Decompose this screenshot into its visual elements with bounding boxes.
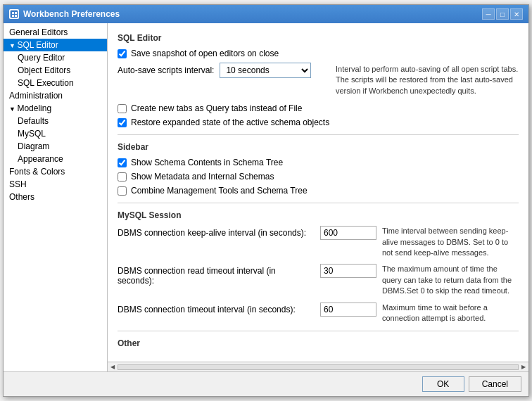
sql-editor-section-title: SQL Editor (118, 33, 519, 43)
mysql-session-section-title: MySQL Session (118, 210, 519, 220)
sidebar-item-object-editors[interactable]: Object Editors (4, 64, 107, 77)
scroll-track[interactable] (118, 364, 519, 370)
main-content: SQL Editor Save snapshot of open editors… (108, 23, 528, 362)
svg-rect-3 (12, 15, 14, 17)
create-tabs-label[interactable]: Create new tabs as Query tabs instead of… (131, 103, 302, 113)
restore-expanded-checkbox[interactable] (118, 118, 127, 127)
autosave-row: Auto-save scripts interval: 10 seconds 5… (118, 63, 519, 96)
autosave-note: Interval to perform auto-saving of all o… (329, 63, 519, 96)
ok-button[interactable]: OK (422, 376, 464, 392)
show-schema-label[interactable]: Show Schema Contents in Schema Tree (131, 158, 283, 167)
read-timeout-row: DBMS connection read timeout interval (i… (118, 264, 519, 296)
autosave-left: Auto-save scripts interval: 10 seconds 5… (118, 63, 329, 78)
maximize-button[interactable]: □ (496, 8, 509, 20)
svg-rect-2 (15, 12, 17, 14)
show-schema-checkbox[interactable] (118, 158, 127, 167)
save-snapshot-checkbox[interactable] (118, 49, 127, 58)
divider-3 (118, 331, 519, 331)
keepalive-row: DBMS connection keep-alive interval (in … (118, 226, 519, 258)
sidebar-item-sql-execution[interactable]: SQL Execution (4, 77, 107, 89)
sidebar-item-defaults[interactable]: Defaults (4, 115, 107, 127)
sidebar-item-ssh[interactable]: SSH (4, 178, 107, 191)
combine-mgmt-row: Combine Management Tools and Schema Tree (118, 186, 519, 196)
other-section-title: Other (118, 338, 519, 348)
preferences-window: Workbench Preferences ─ □ ✕ General Edit… (3, 4, 529, 397)
app-icon (9, 9, 19, 19)
create-tabs-checkbox[interactable] (118, 104, 127, 113)
create-tabs-row: Create new tabs as Query tabs instead of… (118, 103, 519, 113)
sidebar-item-mysql[interactable]: MySQL (4, 127, 107, 140)
sidebar-item-appearance[interactable]: Appearance (4, 153, 107, 165)
conn-timeout-note: Maximum time to wait before a connection… (382, 303, 519, 324)
sidebar-item-sql-editor[interactable]: ▼ SQL Editor (4, 39, 107, 51)
sidebar-item-administration[interactable]: Administration (4, 89, 107, 102)
title-bar-controls: ─ □ ✕ (482, 8, 523, 20)
bottom-bar: OK Cancel (4, 371, 528, 396)
sidebar-item-others[interactable]: Others (4, 191, 107, 203)
window-body: General Editors ▼ SQL Editor Query Edito… (4, 23, 528, 371)
restore-expanded-row: Restore expanded state of the active sch… (118, 117, 519, 127)
divider-1 (118, 134, 519, 135)
sidebar-item-modeling[interactable]: ▼ Modeling (4, 102, 107, 115)
window-title: Workbench Preferences (23, 9, 120, 19)
keepalive-label: DBMS connection keep-alive interval (in … (118, 226, 315, 238)
keepalive-note: Time interval between sending keep-alive… (382, 226, 519, 258)
combine-mgmt-label[interactable]: Combine Management Tools and Schema Tree (131, 186, 308, 196)
main-panel: SQL Editor Save snapshot of open editors… (108, 23, 528, 371)
svg-rect-1 (12, 12, 14, 14)
sidebar-item-general-editors[interactable]: General Editors (4, 26, 107, 39)
save-snapshot-row: Save snapshot of open editors on close (118, 49, 519, 58)
close-button[interactable]: ✕ (510, 8, 523, 20)
read-timeout-note: The maximum amount of time the query can… (382, 264, 519, 296)
read-timeout-label: DBMS connection read timeout interval (i… (118, 264, 315, 286)
autosave-select[interactable]: 10 seconds 5 seconds 30 seconds 1 minute… (220, 63, 311, 78)
scroll-left-arrow[interactable]: ◀ (110, 364, 115, 370)
title-bar: Workbench Preferences ─ □ ✕ (4, 5, 528, 23)
divider-2 (118, 203, 519, 203)
cancel-button[interactable]: Cancel (469, 376, 521, 392)
autosave-label: Auto-save scripts interval: (118, 65, 214, 75)
svg-rect-4 (15, 15, 17, 17)
save-snapshot-label[interactable]: Save snapshot of open editors on close (131, 49, 279, 58)
minimize-button[interactable]: ─ (482, 8, 495, 20)
conn-timeout-label: DBMS connection timeout interval (in sec… (118, 303, 315, 314)
restore-expanded-label[interactable]: Restore expanded state of the active sch… (131, 117, 329, 127)
sidebar-item-diagram[interactable]: Diagram (4, 140, 107, 153)
show-metadata-checkbox[interactable] (118, 172, 127, 182)
sidebar-item-query-editor[interactable]: Query Editor (4, 51, 107, 64)
sidebar-section-title: Sidebar (118, 142, 519, 152)
read-timeout-input[interactable] (320, 264, 376, 278)
conn-timeout-input[interactable] (320, 303, 376, 317)
sidebar: General Editors ▼ SQL Editor Query Edito… (4, 23, 108, 371)
horizontal-scrollbar-area: ◀ ▶ (108, 362, 528, 371)
show-schema-row: Show Schema Contents in Schema Tree (118, 158, 519, 167)
show-metadata-row: Show Metadata and Internal Schemas (118, 172, 519, 182)
show-metadata-label[interactable]: Show Metadata and Internal Schemas (131, 172, 274, 182)
conn-timeout-row: DBMS connection timeout interval (in sec… (118, 303, 519, 324)
title-bar-left: Workbench Preferences (9, 9, 120, 19)
sidebar-item-fonts-colors[interactable]: Fonts & Colors (4, 165, 107, 178)
combine-mgmt-checkbox[interactable] (118, 186, 127, 196)
keepalive-input[interactable] (320, 226, 376, 240)
scroll-right-arrow[interactable]: ▶ (521, 364, 526, 370)
